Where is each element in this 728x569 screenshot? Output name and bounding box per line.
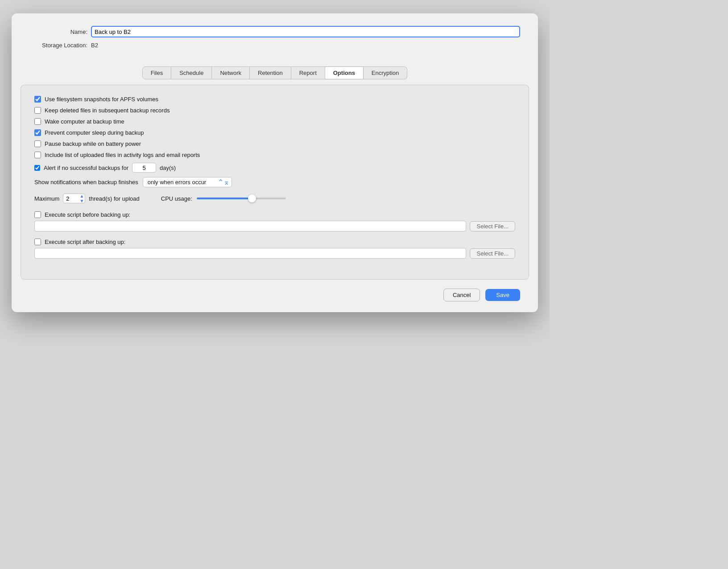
alert-label: Alert if no successful backups for [44, 165, 128, 171]
name-row: Name: [29, 26, 520, 37]
script-after-label: Execute script after backing up: [45, 239, 125, 245]
tab-network[interactable]: Network [212, 66, 250, 79]
checkbox-sleep-label: Prevent computer sleep during backup [45, 129, 144, 136]
checkbox-snapshots-label: Use filesystem snapshots for APFS volume… [45, 96, 158, 103]
dialog: Name: Storage Location: B2 Files Schedul… [12, 13, 538, 312]
checkbox-battery[interactable] [34, 140, 41, 147]
select-file-before-button[interactable]: Select File... [470, 221, 515, 231]
max-label: Maximum [34, 195, 59, 202]
thread-stepper-arrows[interactable]: ▲▼ [79, 194, 84, 203]
storage-label: Storage Location: [29, 42, 87, 49]
script-before-row: Execute script before backing up: [34, 211, 515, 218]
checkbox-wake[interactable] [34, 118, 41, 125]
tabs-bar: Files Schedule Network Retention Report … [12, 66, 538, 79]
thread-stepper-wrapper: ▲▼ [63, 194, 85, 203]
script-before-field-row: Select File... [34, 221, 515, 231]
checkbox-script-before[interactable] [34, 211, 41, 218]
script-after-section: Execute script after backing up: Select … [34, 239, 515, 259]
notify-select[interactable]: always only when errors occur never [143, 177, 232, 187]
checkbox-row-snapshots: Use filesystem snapshots for APFS volume… [34, 96, 515, 103]
thread-suffix: thread(s) for upload [89, 195, 139, 202]
checkbox-script-after[interactable] [34, 239, 41, 245]
script-after-row: Execute script after backing up: [34, 239, 515, 245]
checkbox-row-filelist: Include list of uploaded files in activi… [34, 152, 515, 158]
checkbox-row-sleep: Prevent computer sleep during backup [34, 129, 515, 136]
checkbox-filelist[interactable] [34, 152, 41, 158]
name-input[interactable] [91, 26, 520, 37]
checkbox-alert[interactable] [34, 165, 40, 171]
save-button[interactable]: Save [485, 289, 520, 301]
cancel-button[interactable]: Cancel [443, 289, 480, 301]
notify-label: Show notifications when backup finishes [34, 179, 138, 186]
script-before-section: Execute script before backing up: Select… [34, 211, 515, 231]
cpu-slider-thumb[interactable] [248, 194, 256, 202]
notify-row: Show notifications when backup finishes … [34, 177, 515, 187]
script-after-field-row: Select File... [34, 248, 515, 259]
alert-row: Alert if no successful backups for day(s… [34, 163, 515, 173]
checkbox-row-deleted: Keep deleted files in subsequent backup … [34, 107, 515, 114]
tab-options[interactable]: Options [325, 66, 364, 79]
checkbox-snapshots[interactable] [34, 96, 41, 103]
checkbox-row-battery: Pause backup while on battery power [34, 140, 515, 147]
top-section: Name: Storage Location: B2 [12, 13, 538, 60]
tab-files[interactable]: Files [142, 66, 171, 79]
checkbox-filelist-label: Include list of uploaded files in activi… [45, 152, 200, 158]
tab-report[interactable]: Report [291, 66, 325, 79]
select-file-after-button[interactable]: Select File... [470, 248, 515, 259]
checkbox-deleted[interactable] [34, 107, 41, 114]
thread-cpu-row: Maximum ▲▼ thread(s) for upload CPU usag… [34, 194, 515, 203]
cpu-label: CPU usage: [161, 195, 192, 202]
checkbox-wake-label: Wake computer at backup time [45, 118, 124, 125]
notify-select-wrapper: always only when errors occur never ⌃⌅ [143, 177, 232, 187]
checkbox-sleep[interactable] [34, 129, 41, 136]
storage-row: Storage Location: B2 [29, 42, 520, 49]
tab-encryption[interactable]: Encryption [364, 66, 407, 79]
storage-value: B2 [91, 42, 98, 49]
cpu-section: CPU usage: [161, 195, 286, 202]
alert-days-input[interactable] [132, 163, 156, 173]
bottom-row: Cancel Save [12, 280, 538, 301]
checkbox-deleted-label: Keep deleted files in subsequent backup … [45, 107, 170, 114]
checkbox-battery-label: Pause backup while on battery power [45, 140, 141, 147]
script-before-label: Execute script before backing up: [45, 211, 130, 218]
script-before-input[interactable] [34, 221, 466, 231]
name-label: Name: [29, 29, 87, 35]
script-after-input[interactable] [34, 248, 466, 259]
tab-retention[interactable]: Retention [250, 66, 291, 79]
checkbox-row-wake: Wake computer at backup time [34, 118, 515, 125]
alert-days-suffix: day(s) [160, 165, 176, 171]
tab-schedule[interactable]: Schedule [171, 66, 212, 79]
cpu-slider-track[interactable] [197, 198, 286, 199]
content-panel: Use filesystem snapshots for APFS volume… [21, 85, 529, 280]
